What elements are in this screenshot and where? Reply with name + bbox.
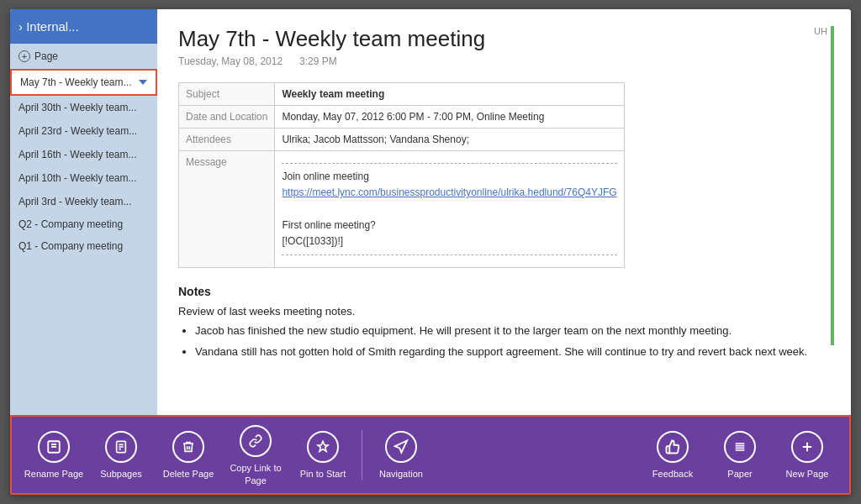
plus-icon: + xyxy=(18,50,30,62)
uh-label: UH xyxy=(814,26,827,36)
date-location-label: Date and Location xyxy=(179,106,275,129)
navigation-button[interactable]: Navigation xyxy=(367,419,435,491)
attendees-label: Attendees xyxy=(179,129,275,151)
subpages-button[interactable]: Subpages xyxy=(87,419,155,491)
new-page-button[interactable]: New Page xyxy=(774,419,841,491)
ioc-text: [!OC([1033])!] xyxy=(282,234,616,249)
sidebar-item-5[interactable]: April 3rd - Weekly team... xyxy=(10,190,157,213)
page-meta: Tuesday, May 08, 2012 3:29 PM xyxy=(178,55,830,67)
copy-link-label: Copy Link to Page xyxy=(230,462,281,486)
delete-page-icon xyxy=(172,431,204,463)
notes-item-1: Vandana still has not gotten hold of Smi… xyxy=(195,344,830,360)
add-page-label: Page xyxy=(34,50,58,62)
join-text: Join online meeting xyxy=(282,169,616,185)
notes-section: Notes Review of last weeks meeting notes… xyxy=(178,285,830,360)
date-location-row: Date and Location Monday, May 07, 2012 6… xyxy=(179,106,625,129)
sidebar-item-0[interactable]: May 7th - Weekly team... xyxy=(10,69,157,96)
paper-icon xyxy=(724,431,756,463)
dropdown-arrow-icon xyxy=(139,80,147,85)
dotted-divider-2 xyxy=(282,255,616,255)
delete-page-label: Delete Page xyxy=(163,468,214,480)
notes-intro: Review of last weeks meeting notes. xyxy=(178,305,830,318)
sidebar-item-label-0: May 7th - Weekly team... xyxy=(20,76,132,88)
message-row: Message Join online meeting https://meet… xyxy=(179,151,625,268)
subject-value: Weekly team meeting xyxy=(275,83,624,106)
rename-page-icon xyxy=(38,431,70,463)
feedback-button[interactable]: Feedback xyxy=(639,419,706,491)
toolbar: Rename Page Subpages xyxy=(10,415,851,495)
date-location-value: Monday, May 07, 2012 6:00 PM - 7:00 PM, … xyxy=(275,106,624,129)
dotted-divider-1 xyxy=(282,163,616,164)
sidebar-item-label-3: April 16th - Weekly team... xyxy=(18,149,137,160)
message-content: Join online meeting https://meet.lync.co… xyxy=(275,151,624,268)
pin-to-start-button[interactable]: Pin to Start xyxy=(289,419,357,491)
green-bar xyxy=(831,26,834,345)
main-area: Internal... + Page May 7th - Weekly team… xyxy=(10,9,851,415)
sidebar-section-q2[interactable]: Q2 - Company meeting xyxy=(10,213,157,235)
message-label: Message xyxy=(179,151,275,268)
sidebar-item-2[interactable]: April 23rd - Weekly team... xyxy=(10,119,157,143)
navigation-icon xyxy=(385,431,417,463)
sidebar-item-label-4: April 10th - Weekly team... xyxy=(18,172,137,184)
content-area: UH May 7th - Weekly team meeting Tuesday… xyxy=(157,9,851,415)
toolbar-divider-1 xyxy=(362,430,362,480)
sidebar-item-label-5: April 3rd - Weekly team... xyxy=(18,196,131,207)
sidebar-item-1[interactable]: April 30th - Weekly team... xyxy=(10,96,157,119)
pin-to-start-icon xyxy=(307,431,339,463)
new-page-label: New Page xyxy=(786,468,829,480)
toolbar-right: Feedback Paper xyxy=(639,419,841,491)
sidebar-section-q2-label: Q2 - Company meeting xyxy=(18,218,123,230)
sidebar-item-4[interactable]: April 10th - Weekly team... xyxy=(10,166,157,190)
toolbar-left: Rename Page Subpages xyxy=(20,419,435,491)
copy-link-button[interactable]: Copy Link to Page xyxy=(222,419,289,491)
notes-item-0: Jacob has finished the new studio equipm… xyxy=(195,323,830,339)
attendees-value: Ulrika; Jacob Mattsson; Vandana Shenoy; xyxy=(275,129,624,151)
paper-button[interactable]: Paper xyxy=(706,419,774,491)
subpages-label: Subpages xyxy=(100,468,142,480)
rename-page-label: Rename Page xyxy=(24,468,83,480)
subject-label: Subject xyxy=(179,83,275,106)
sidebar-item-label-2: April 23rd - Weekly team... xyxy=(18,125,137,137)
app-window: Internal... + Page May 7th - Weekly team… xyxy=(10,9,851,495)
feedback-label: Feedback xyxy=(652,468,693,480)
copy-link-icon xyxy=(240,425,272,457)
notes-heading: Notes xyxy=(178,285,830,298)
new-page-icon xyxy=(791,431,823,463)
feedback-icon xyxy=(657,431,689,463)
content-inner: UH May 7th - Weekly team meeting Tuesday… xyxy=(157,9,851,415)
add-page-button[interactable]: + Page xyxy=(10,44,157,69)
page-date: Tuesday, May 08, 2012 xyxy=(178,55,283,67)
meeting-link[interactable]: https://meet.lync.com/businessproductivi… xyxy=(282,186,616,198)
meeting-table: Subject Weekly team meeting Date and Loc… xyxy=(178,82,625,268)
sidebar-header[interactable]: Internal... xyxy=(10,9,157,44)
sidebar-item-label-1: April 30th - Weekly team... xyxy=(18,102,137,113)
paper-label: Paper xyxy=(727,468,752,480)
sidebar-section-q1-label: Q1 - Company meeting xyxy=(18,240,123,252)
subject-row: Subject Weekly team meeting xyxy=(179,83,625,106)
page-time: 3:29 PM xyxy=(299,55,337,67)
pin-to-start-label: Pin to Start xyxy=(300,468,346,480)
subpages-icon xyxy=(105,431,137,463)
rename-page-button[interactable]: Rename Page xyxy=(20,419,87,491)
sidebar: Internal... + Page May 7th - Weekly team… xyxy=(10,9,157,415)
notes-list: Jacob has finished the new studio equipm… xyxy=(195,323,830,360)
first-online-text: First online meeting? xyxy=(282,218,616,234)
sidebar-item-3[interactable]: April 16th - Weekly team... xyxy=(10,143,157,166)
delete-page-button[interactable]: Delete Page xyxy=(155,419,222,491)
sidebar-section-q1[interactable]: Q1 - Company meeting xyxy=(10,235,157,257)
attendees-row: Attendees Ulrika; Jacob Mattsson; Vandan… xyxy=(179,129,625,151)
navigation-label: Navigation xyxy=(379,468,423,480)
page-title: May 7th - Weekly team meeting xyxy=(178,26,830,52)
